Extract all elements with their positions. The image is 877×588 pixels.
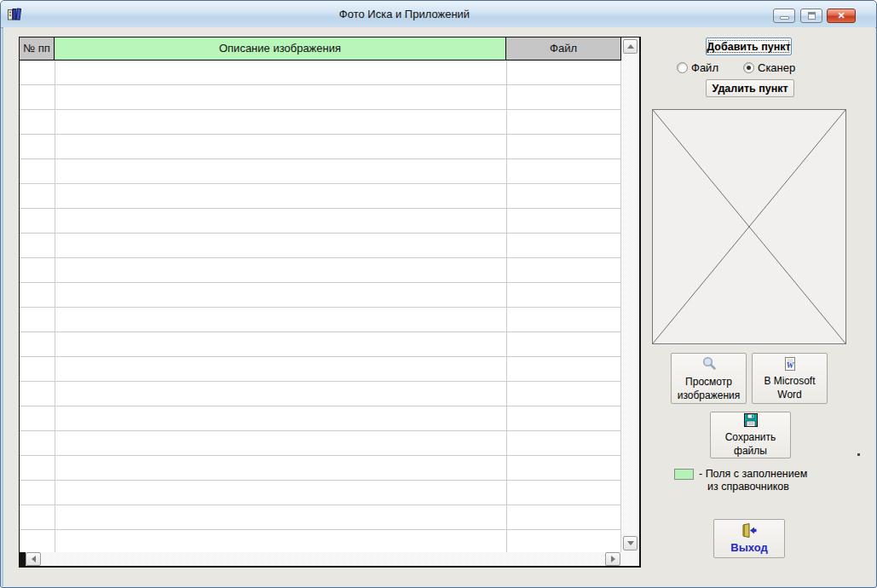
legend-line2: из справочников: [699, 481, 852, 493]
radio-scanner-label: Сканер: [758, 61, 795, 74]
delete-item-button[interactable]: Удалить пункт: [706, 79, 794, 97]
arrow-left-icon: [32, 556, 36, 562]
scroll-down-button[interactable]: [623, 536, 638, 551]
arrow-down-icon: [627, 541, 634, 545]
green-field-swatch: [674, 469, 694, 480]
arrow-right-icon: [611, 556, 615, 562]
save-files-label-line1: Сохранить: [725, 431, 776, 443]
exit-button[interactable]: Выход: [713, 519, 785, 558]
floppy-disk-icon: [744, 413, 758, 429]
add-item-button[interactable]: Добавить пункт: [706, 37, 792, 55]
minimize-icon: [780, 16, 789, 20]
save-files-button[interactable]: Сохранить файлы: [710, 412, 791, 458]
save-files-label-line2: файлы: [734, 445, 767, 457]
exit-door-icon: [741, 523, 758, 540]
radio-scanner-circle[interactable]: [743, 62, 754, 73]
scroll-right-button[interactable]: [605, 552, 620, 566]
maximize-icon: [808, 12, 816, 20]
to-word-button[interactable]: W В Microsoft Word: [752, 353, 828, 404]
grid-body[interactable]: [20, 61, 621, 552]
radio-source-scanner[interactable]: Сканер: [743, 61, 795, 74]
legend-text: - Поля с заполнением из справочников: [699, 468, 852, 493]
image-preview-placeholder: [652, 109, 846, 344]
word-document-icon: W: [783, 357, 797, 373]
grid-header-row: № пп Описание изображения Файл: [20, 37, 621, 61]
radio-source-file[interactable]: Файл: [677, 61, 718, 74]
scroll-up-button[interactable]: [623, 39, 638, 54]
stray-dot: [857, 453, 860, 456]
magnifier-icon: [701, 356, 717, 374]
grid-header-file: Файл: [506, 37, 621, 61]
window-title: Фото Иска и Приложений: [1, 8, 808, 20]
minimize-button[interactable]: [773, 9, 795, 23]
grid-header-number: № пп: [20, 37, 55, 61]
horizontal-scrollbar[interactable]: [20, 552, 639, 566]
close-button[interactable]: ✕: [827, 9, 856, 23]
close-icon: ✕: [837, 10, 845, 20]
radio-file-label: Файл: [691, 61, 718, 74]
dialog-window: Фото Иска и Приложений ✕ № пп Описание и…: [0, 0, 877, 588]
scrollbar-corner-block: [20, 552, 26, 566]
view-image-button[interactable]: Просмотр изображения: [671, 353, 747, 404]
arrow-up-icon: [627, 44, 634, 49]
to-word-label-line1: В Microsoft: [764, 375, 815, 387]
exit-label: Выход: [730, 542, 767, 554]
vertical-scrollbar[interactable]: [621, 37, 639, 552]
view-image-label-line1: Просмотр: [685, 376, 732, 388]
grid-column-divider: [55, 61, 55, 552]
images-grid: № пп Описание изображения Файл: [19, 37, 641, 568]
grid-header-description: Описание изображения: [55, 37, 506, 61]
title-bar: Фото Иска и Приложений ✕: [1, 1, 876, 28]
grid-column-divider: [506, 61, 507, 552]
legend-line1: - Поля с заполнением: [699, 468, 852, 481]
svg-text:W: W: [786, 360, 794, 370]
to-word-label-line2: Word: [777, 389, 801, 401]
radio-file-circle[interactable]: [677, 62, 688, 73]
maximize-button[interactable]: [800, 9, 822, 23]
view-image-label-line2: изображения: [678, 389, 741, 401]
scroll-left-button[interactable]: [26, 552, 41, 566]
